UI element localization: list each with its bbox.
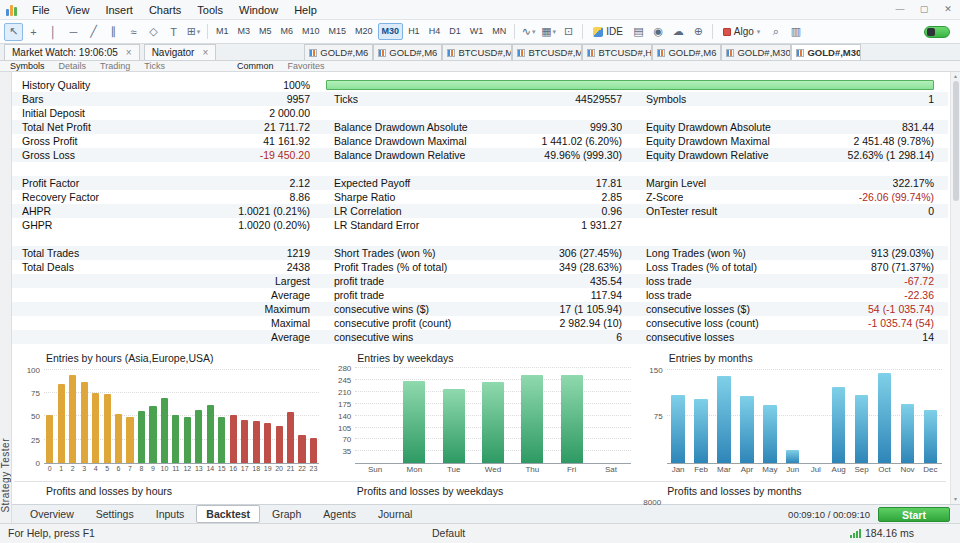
data-window-icon[interactable]: ▥ xyxy=(786,23,805,41)
bar xyxy=(878,373,891,463)
chart-autoscroll-toggle[interactable] xyxy=(924,26,950,38)
start-button[interactable]: Start xyxy=(878,507,950,522)
navigator-tab-favorites[interactable]: Favorites xyxy=(287,61,324,71)
pointer-icon[interactable]: ↖ xyxy=(4,23,23,41)
menu-charts[interactable]: Charts xyxy=(141,2,189,18)
timeframe-mn[interactable]: MN xyxy=(488,23,510,40)
x-axis-label: Jul xyxy=(804,465,827,476)
trendline-icon[interactable]: ╱ xyxy=(84,23,103,41)
crosshair-icon[interactable]: + xyxy=(24,23,43,41)
chart-mode-icon[interactable]: ▦▾ xyxy=(539,23,558,41)
chart-tab[interactable]: BTCUSD#,M6 xyxy=(512,44,582,60)
signal-icon[interactable]: ◉ xyxy=(649,23,668,41)
x-axis-label: 1 xyxy=(55,465,66,476)
cloud-icon[interactable]: ☁ xyxy=(669,23,688,41)
close-icon[interactable]: × xyxy=(202,48,208,58)
x-axis-label: Sun xyxy=(355,465,394,476)
bar-slot xyxy=(262,366,273,463)
stat-value: 21 711.72 xyxy=(264,121,310,133)
close-button[interactable]: ✕ xyxy=(936,0,960,19)
chart-tab[interactable]: BTCUSD#,M15 xyxy=(442,44,512,60)
menu-insert[interactable]: Insert xyxy=(97,2,141,18)
close-icon[interactable]: × xyxy=(126,48,132,58)
market-watch-tab-details[interactable]: Details xyxy=(59,61,87,71)
vertical-line-icon[interactable]: │ xyxy=(44,23,63,41)
x-axis-label: Apr xyxy=(735,465,758,476)
timeframe-h4[interactable]: H4 xyxy=(425,23,445,40)
menu-tools[interactable]: Tools xyxy=(189,2,231,18)
stat-value: -67.72 xyxy=(904,275,934,287)
tester-tab-inputs[interactable]: Inputs xyxy=(146,505,195,523)
chart-tab[interactable]: GOLD#,M6 xyxy=(373,44,442,60)
navigator-tab-common[interactable]: Common xyxy=(237,61,274,71)
stat-value: Maximal xyxy=(271,317,310,329)
shapes-icon[interactable]: ◇ xyxy=(144,23,163,41)
menu-window[interactable]: Window xyxy=(231,2,286,18)
chart-tab[interactable]: GOLD#,M30 xyxy=(791,44,861,60)
tester-tab-graph[interactable]: Graph xyxy=(262,505,311,523)
search-icon[interactable]: ⌕ xyxy=(766,23,785,41)
scrollbar-thumb[interactable] xyxy=(953,81,959,201)
navigator-panel-tab[interactable]: Navigator × xyxy=(144,44,217,60)
timeframe-m1[interactable]: M1 xyxy=(212,23,233,40)
docs-icon[interactable]: ▤ xyxy=(629,23,648,41)
algo-trading-button[interactable]: Algo ▾ xyxy=(717,24,767,39)
timeframe-m10[interactable]: M10 xyxy=(298,23,324,40)
bar xyxy=(184,417,191,463)
timeframe-m20[interactable]: M20 xyxy=(351,23,377,40)
vertical-scrollbar[interactable]: ▴ ▾ xyxy=(950,72,960,504)
history-quality-bar xyxy=(326,80,934,90)
chart-tab[interactable]: GOLD#,M6 xyxy=(652,44,721,60)
community-icon[interactable]: ⊕ xyxy=(689,23,708,41)
objects-icon[interactable]: ⊞▾ xyxy=(184,23,203,41)
y-axis-label: 245 xyxy=(338,377,351,385)
scroll-up-icon[interactable]: ▴ xyxy=(954,72,957,81)
y-axis-label: 70 xyxy=(342,436,351,444)
timeframe-d1[interactable]: D1 xyxy=(445,23,465,40)
tester-tab-overview[interactable]: Overview xyxy=(20,505,84,523)
stat-value: 52.63% (1 298.14) xyxy=(848,149,934,161)
channel-icon[interactable]: ∥ xyxy=(104,23,123,41)
tile-windows-icon[interactable]: ⊡ xyxy=(559,23,578,41)
stat-label: loss trade xyxy=(646,289,692,301)
bar xyxy=(763,405,776,463)
timeframe-m5[interactable]: M5 xyxy=(255,23,276,40)
chart-tab[interactable]: GOLD#,M30 xyxy=(721,44,791,60)
stats-row: History Quality100% xyxy=(12,78,948,92)
tester-tab-journal[interactable]: Journal xyxy=(368,505,422,523)
x-axis-label: Feb xyxy=(690,465,713,476)
ide-button[interactable]: IDE xyxy=(587,24,629,39)
timeframe-m6[interactable]: M6 xyxy=(277,23,298,40)
timeframe-w1[interactable]: W1 xyxy=(466,23,488,40)
market-watch-panel-tab[interactable]: Market Watch: 19:06:05 × xyxy=(4,44,140,60)
tester-tab-backtest[interactable]: Backtest xyxy=(196,505,260,523)
timeframe-h1[interactable]: H1 xyxy=(404,23,424,40)
market-watch-tab-symbols[interactable]: Symbols xyxy=(10,61,45,71)
x-axis-label: Oct xyxy=(873,465,896,476)
chart-tab[interactable]: GOLD#,M6 xyxy=(304,44,373,60)
text-icon[interactable]: T xyxy=(164,23,183,41)
timeframe-m15[interactable]: M15 xyxy=(325,23,351,40)
market-watch-tab-ticks[interactable]: Ticks xyxy=(144,61,165,71)
menu-view[interactable]: View xyxy=(58,2,98,18)
tester-tab-settings[interactable]: Settings xyxy=(86,505,144,523)
menu-help[interactable]: Help xyxy=(286,2,325,18)
menu-file[interactable]: File xyxy=(24,2,58,18)
chart-thumbnail-icon xyxy=(796,49,804,57)
market-watch-tab-trading[interactable]: Trading xyxy=(100,61,130,71)
horizontal-line-icon[interactable]: ─ xyxy=(64,23,83,41)
chart-footer-title: Profits and losses by weekdays xyxy=(357,485,504,497)
fibonacci-icon[interactable]: ≈ xyxy=(124,23,143,41)
scroll-down-icon[interactable]: ▾ xyxy=(954,495,957,504)
stat-label: Ticks xyxy=(334,93,358,105)
x-axis-label: 3 xyxy=(78,465,89,476)
minimize-button[interactable]: — xyxy=(888,0,912,19)
timeframe-m30[interactable]: M30 xyxy=(378,23,404,40)
maximize-button[interactable]: ▢ xyxy=(912,0,936,19)
tester-tab-agents[interactable]: Agents xyxy=(313,505,366,523)
indicators-icon[interactable]: ∿▾ xyxy=(519,23,538,41)
profile-name[interactable]: Default xyxy=(432,527,465,539)
chart-tab[interactable]: BTCUSD#,H1 xyxy=(582,44,652,60)
timeframe-m3[interactable]: M3 xyxy=(234,23,255,40)
bar xyxy=(717,376,730,463)
